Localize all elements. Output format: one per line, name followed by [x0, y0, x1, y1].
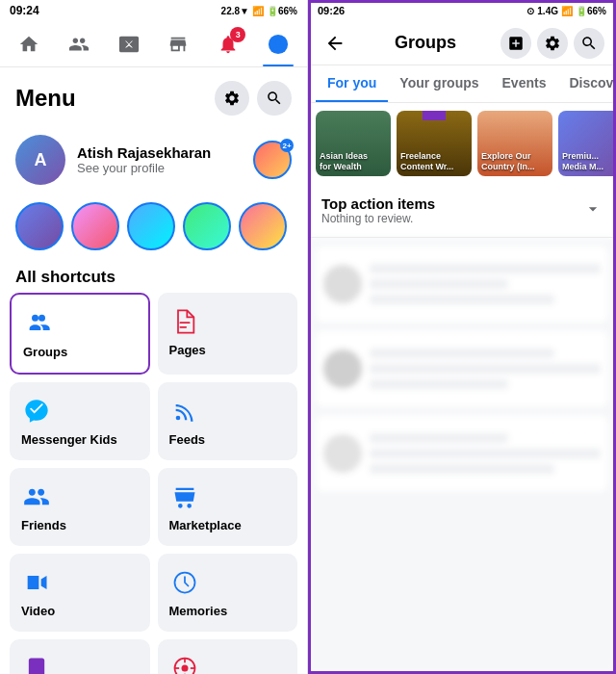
groups-search-button[interactable] — [574, 28, 604, 59]
shortcuts-grid: Groups Pages Messenger Kids — [0, 293, 307, 674]
shortcut-reels[interactable]: Reels — [158, 639, 298, 674]
back-button[interactable] — [320, 28, 350, 59]
groups-icon — [23, 308, 54, 339]
groups-title: Groups — [358, 33, 493, 53]
avatar-badge: 2+ — [280, 139, 294, 152]
group-card-2-label: FreelanceContent Wr... — [400, 151, 453, 172]
memories-label: Memories — [169, 604, 287, 618]
svg-point-6 — [181, 665, 188, 672]
tab-events[interactable]: Events — [491, 65, 558, 102]
group-card-3[interactable]: Explore OurCountry (In... — [477, 111, 552, 176]
friends-icon — [68, 34, 90, 55]
story-5[interactable] — [239, 202, 287, 250]
left-wifi-icon: 📶 — [252, 6, 264, 16]
right-wifi-icon: 📶 — [561, 6, 573, 16]
story-row — [0, 194, 307, 258]
feed-lines-2 — [370, 349, 601, 389]
nav-menu[interactable] — [257, 23, 299, 65]
profile-row[interactable]: A Atish Rajasekharan See your profile 2+ — [0, 125, 307, 194]
shortcut-video[interactable]: Video — [10, 554, 150, 632]
feed-line-8 — [370, 449, 601, 458]
feed-lines-3 — [370, 433, 601, 474]
saved-icon — [21, 653, 52, 674]
add-group-button[interactable] — [500, 28, 531, 59]
shortcut-saved[interactable]: Saved — [10, 639, 150, 674]
friends-label: Friends — [21, 518, 139, 532]
svg-point-3 — [175, 416, 180, 421]
shortcut-marketplace[interactable]: Marketplace — [158, 468, 298, 546]
marketplace-shortcut-icon — [169, 481, 200, 512]
feed-line-7 — [370, 433, 508, 443]
right-time: 09:26 — [318, 5, 345, 16]
feed-card-1 — [316, 246, 608, 323]
group-card-1[interactable]: Asian Ideasfor Wealth — [316, 111, 391, 176]
shortcut-friends[interactable]: Friends — [10, 468, 150, 546]
svg-point-1 — [32, 315, 38, 322]
reels-icon — [169, 653, 200, 674]
home-icon — [18, 34, 39, 55]
video-label: Video — [21, 604, 139, 618]
left-signal-text: 22.8▼ — [221, 6, 249, 16]
menu-settings-button[interactable] — [215, 81, 249, 116]
groups-header: Groups — [308, 21, 616, 65]
shortcut-groups[interactable]: Groups — [10, 293, 150, 375]
pages-icon — [169, 306, 200, 337]
top-action-sub: Nothing to review. — [321, 212, 435, 225]
top-action-title: Top action items — [321, 195, 435, 212]
messenger-kids-icon — [21, 396, 52, 427]
search-icon — [580, 35, 598, 52]
shortcut-memories[interactable]: Memories — [158, 554, 298, 632]
feed-line-2 — [370, 279, 508, 289]
right-status-icons: ⊙ 1.4G 📶 🔋66% — [526, 6, 606, 16]
menu-search-button[interactable] — [257, 81, 292, 116]
right-panel: 09:26 ⊙ 1.4G 📶 🔋66% Groups — [308, 0, 616, 674]
left-battery-icon: 🔋66% — [267, 6, 297, 16]
story-2[interactable] — [71, 202, 119, 250]
group-cards-row: Asian Ideasfor Wealth FreelanceContent W… — [308, 103, 616, 184]
left-time: 09:24 — [10, 4, 39, 17]
groups-label: Groups — [23, 345, 137, 359]
profile-avatar-right[interactable]: 2+ — [253, 141, 292, 179]
notification-badge: 3 — [230, 27, 245, 42]
left-nav-bar: 3 — [0, 21, 307, 67]
nav-video[interactable] — [108, 23, 150, 65]
tabs-row: For you Your groups Events Discover — [308, 65, 616, 103]
nav-friends[interactable] — [58, 23, 100, 65]
header-action-buttons — [500, 28, 604, 59]
feed-avatar-3 — [323, 434, 362, 473]
feed-line-3 — [370, 295, 554, 304]
shortcut-messenger-kids[interactable]: Messenger Kids — [10, 382, 150, 460]
story-4[interactable] — [183, 202, 231, 250]
feed-line-9 — [370, 464, 554, 474]
menu-title: Menu — [15, 85, 76, 112]
feed-avatar-2 — [323, 350, 362, 388]
groups-settings-button[interactable] — [537, 28, 568, 59]
tab-discover[interactable]: Discover — [557, 65, 616, 102]
group-card-4[interactable]: Premiu...Media M... — [558, 111, 616, 176]
left-status-bar: 09:24 22.8▼ 📶 🔋66% — [0, 0, 307, 21]
nav-marketplace[interactable] — [157, 23, 199, 65]
top-action-chevron[interactable] — [583, 199, 603, 222]
back-arrow-icon — [324, 33, 346, 54]
tab-your-groups[interactable]: Your groups — [388, 65, 490, 102]
story-1[interactable] — [15, 202, 64, 250]
feed-line-1 — [370, 264, 601, 273]
feed-line-5 — [370, 364, 601, 374]
feed-area — [308, 238, 616, 674]
story-3[interactable] — [127, 202, 175, 250]
feeds-icon — [169, 396, 200, 427]
group-card-4-label: Premiu...Media M... — [562, 151, 603, 172]
top-action-section: Top action items Nothing to review. — [308, 184, 616, 238]
top-action-info: Top action items Nothing to review. — [321, 195, 435, 225]
svg-point-2 — [38, 315, 45, 322]
avatar: A — [15, 135, 65, 185]
marketplace-label: Marketplace — [169, 518, 287, 532]
group-card-2[interactable]: FreelanceContent Wr... — [397, 111, 472, 176]
feed-card-2 — [316, 330, 608, 407]
shortcut-feeds[interactable]: Feeds — [158, 382, 298, 460]
tab-for-you[interactable]: For you — [316, 65, 388, 102]
nav-notifications[interactable]: 3 — [207, 23, 249, 65]
shortcut-pages[interactable]: Pages — [158, 293, 298, 375]
menu-header: Menu — [0, 67, 307, 125]
nav-home[interactable] — [8, 23, 50, 65]
